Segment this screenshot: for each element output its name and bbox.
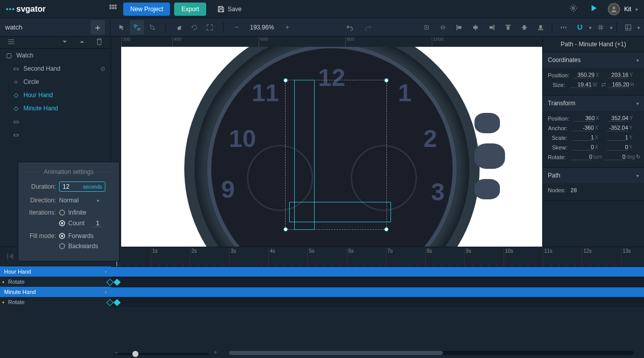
new-project-button[interactable]: New Project <box>123 3 171 16</box>
grid-icon[interactable] <box>594 20 608 35</box>
iterations-count-input[interactable] <box>92 219 104 227</box>
apps-icon[interactable] <box>107 2 119 16</box>
anchor-y-input[interactable] <box>607 125 628 131</box>
align-left-icon[interactable] <box>452 20 466 35</box>
t-pos-y-input[interactable] <box>607 115 629 122</box>
iterations-count-radio[interactable]: Count <box>59 219 104 227</box>
iterations-infinite-radio[interactable]: Infinite <box>59 209 104 216</box>
svg-rect-12 <box>457 24 458 30</box>
layer-item-6[interactable]: ▭ <box>0 128 110 141</box>
timeline-zoom-slider[interactable] <box>117 353 209 355</box>
snap-icon[interactable] <box>573 20 587 35</box>
layer-minute-hand[interactable]: ◇ Minute Hand <box>0 102 110 115</box>
undo-button[interactable] <box>343 20 357 35</box>
keyframe[interactable] <box>114 299 121 306</box>
coordinates-section-head[interactable]: Coordinates <box>543 52 644 68</box>
align-hcenter-icon[interactable] <box>468 20 483 35</box>
redo-button[interactable] <box>361 20 375 35</box>
track-property[interactable]: Rotate● <box>0 277 111 287</box>
skew-y-input[interactable] <box>607 144 628 151</box>
layer-item-5[interactable]: ▭ <box>0 115 110 128</box>
track-lane[interactable] <box>111 266 644 277</box>
svg-rect-28 <box>7 253 8 259</box>
svg-rect-25 <box>563 26 564 28</box>
rotate-view-tool[interactable] <box>187 20 202 35</box>
timeline-ruler[interactable]: 0s1s2s3s4s5s6s7s8s9s10s11s12s13s <box>111 247 644 266</box>
collapse-icon[interactable] <box>59 36 71 49</box>
svg-rect-15 <box>473 26 478 28</box>
rotate-turn-input[interactable] <box>571 154 592 160</box>
pan-tool[interactable] <box>172 20 186 35</box>
track-header[interactable]: Minute Hand <box>0 287 111 297</box>
align-bottom-icon[interactable] <box>534 20 548 35</box>
track-header[interactable]: Hour Hand <box>0 266 111 277</box>
size-w-input[interactable] <box>570 81 592 88</box>
avatar-icon <box>608 3 620 15</box>
anchor-x-input[interactable] <box>573 125 594 131</box>
expand-icon[interactable] <box>76 36 88 49</box>
layout-dropdown[interactable] <box>637 24 640 31</box>
zoom-out-button[interactable]: − <box>230 20 244 35</box>
canvas-area[interactable]: 200 400 600 800 1000 12 1 2 3 9 10 <box>111 37 542 250</box>
snap-dropdown[interactable] <box>589 24 592 31</box>
save-button[interactable]: Save <box>210 3 248 16</box>
layer-root[interactable]: ▢ Watch <box>0 49 110 62</box>
export-button[interactable]: Export <box>174 3 206 16</box>
scale-y-input[interactable] <box>607 134 628 141</box>
duration-input[interactable] <box>63 183 83 190</box>
svg-rect-23 <box>539 25 542 28</box>
layout-icon[interactable] <box>621 20 635 35</box>
t-pos-x-input[interactable] <box>573 115 595 122</box>
selection-title: Path - Minute Hand (+1) <box>543 37 644 52</box>
keyframe[interactable] <box>114 279 121 286</box>
layer-second-hand[interactable]: ▭ Second Hand ⊘ <box>0 62 110 75</box>
pos-y-input[interactable] <box>607 72 629 78</box>
svg-rect-19 <box>507 26 509 29</box>
fillmode-backwards-radio[interactable]: Backwards <box>59 243 98 250</box>
track-lane[interactable] <box>111 287 644 297</box>
direction-select[interactable]: Normal <box>59 197 95 204</box>
flip-h-icon[interactable] <box>436 20 450 35</box>
anim-popup-title: Animation settings <box>24 168 113 175</box>
size-h-input[interactable] <box>608 81 629 88</box>
canvas[interactable]: 12 1 2 3 9 10 11 <box>121 47 542 250</box>
timeline-start-button[interactable] <box>4 250 16 264</box>
distribute-icon[interactable] <box>556 20 571 35</box>
svg-point-6 <box>572 7 574 9</box>
rotate-deg-input[interactable] <box>604 154 626 160</box>
align-center-icon[interactable] <box>419 20 434 35</box>
pos-x-input[interactable] <box>573 72 595 78</box>
scale-x-input[interactable] <box>573 134 594 141</box>
fit-tool[interactable] <box>203 20 217 35</box>
panel-menu-icon[interactable] <box>5 36 17 49</box>
align-right-icon[interactable] <box>485 20 499 35</box>
transform-section-head[interactable]: Transform <box>543 96 644 111</box>
layer-hour-hand[interactable]: ◇ Hour Hand <box>0 88 110 102</box>
file-name-input[interactable] <box>5 23 91 31</box>
chevron-down-icon <box>635 6 638 13</box>
settings-icon[interactable] <box>567 2 579 16</box>
align-vcenter-icon[interactable] <box>517 20 531 35</box>
zoom-in-button[interactable]: + <box>280 20 294 35</box>
select-tool[interactable] <box>115 20 129 35</box>
add-file-button[interactable]: ＋ <box>91 20 105 35</box>
track-lane[interactable] <box>111 297 644 307</box>
svg-rect-24 <box>561 26 562 28</box>
fillmode-forwards-radio[interactable]: Forwards <box>59 232 98 240</box>
timeline-scrollbar[interactable] <box>229 351 634 355</box>
user-menu[interactable]: Kit <box>608 3 638 15</box>
visibility-icon[interactable]: ⊘ <box>100 65 105 72</box>
path-section-head[interactable]: Path <box>543 168 644 183</box>
play-preview-icon[interactable] <box>587 2 600 16</box>
circle-icon: ○ <box>12 78 19 85</box>
node-tool[interactable] <box>130 20 144 35</box>
grid-dropdown[interactable] <box>610 24 612 31</box>
align-top-icon[interactable] <box>501 20 515 35</box>
svg-rect-17 <box>490 26 493 28</box>
track-lane[interactable] <box>111 277 644 287</box>
delete-layer-icon[interactable] <box>93 36 105 49</box>
track-property[interactable]: Rotate● <box>0 297 111 307</box>
skew-x-input[interactable] <box>573 144 594 151</box>
layer-circle[interactable]: ○ Circle <box>0 75 110 88</box>
pen-tool[interactable] <box>145 20 159 35</box>
